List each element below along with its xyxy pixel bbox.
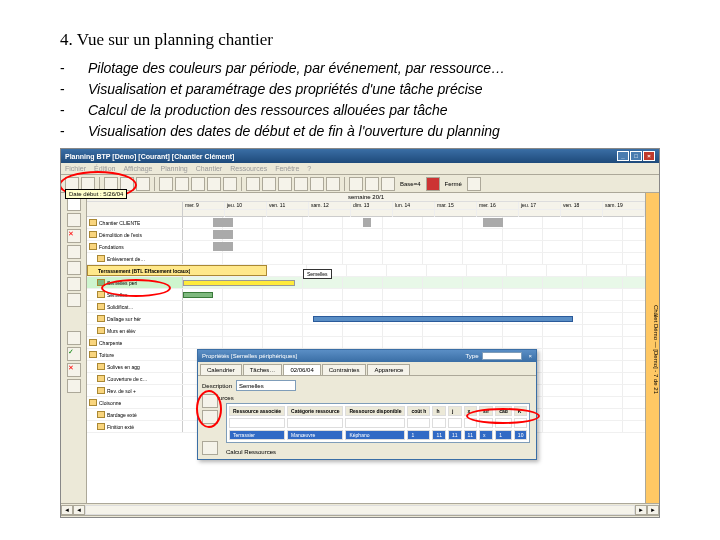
- scroll-right-button[interactable]: ►: [635, 505, 647, 515]
- side-button[interactable]: ✕: [67, 229, 81, 243]
- horizontal-scrollbar[interactable]: ◄ ◄ ► ►: [61, 503, 659, 515]
- calc-button[interactable]: [202, 441, 218, 455]
- bullet-list: -Pilotage des couleurs par période, par …: [60, 58, 660, 142]
- task-name[interactable]: Finition exté: [107, 424, 134, 430]
- task-name[interactable]: Dallage sur hér: [107, 316, 141, 322]
- folder-icon: [89, 219, 97, 226]
- task-name[interactable]: Chantier CLIENTE: [99, 220, 140, 226]
- task-name[interactable]: Terrassement (BTL Effacement locaux): [98, 268, 190, 274]
- side-button[interactable]: ✓: [67, 347, 81, 361]
- add-button[interactable]: [202, 394, 218, 408]
- timeline-title: semaine 20/1: [87, 193, 645, 202]
- menu-item[interactable]: Chantier: [196, 165, 222, 172]
- toolbar-button[interactable]: [326, 177, 340, 191]
- toolbar-button[interactable]: [467, 177, 481, 191]
- toolbar-button[interactable]: [365, 177, 379, 191]
- task-name[interactable]: Semelles peri: [107, 280, 137, 286]
- toolbar-button[interactable]: [278, 177, 292, 191]
- task-name[interactable]: Murs en élév: [107, 328, 136, 334]
- task-name[interactable]: Solidificat…: [107, 304, 133, 310]
- dialog-tab[interactable]: Contraintes: [322, 364, 367, 375]
- task-name[interactable]: Démolition de l'exis: [99, 232, 142, 238]
- maximize-button[interactable]: □: [630, 151, 642, 161]
- statusbar: NUM: [61, 515, 659, 518]
- side-button[interactable]: [67, 277, 81, 291]
- table-row[interactable]: Terrassier Manœuvre Képhano 1 11 11 11 x…: [229, 430, 527, 440]
- toolbar-button[interactable]: [349, 177, 363, 191]
- toolbar-button[interactable]: [191, 177, 205, 191]
- menubar: Fichier Édition Affichage Planning Chant…: [61, 163, 659, 175]
- menu-item[interactable]: Affichage: [123, 165, 152, 172]
- task-name[interactable]: Toiture: [99, 352, 114, 358]
- dialog-tab[interactable]: 02/06/04: [283, 364, 320, 375]
- scroll-left-button[interactable]: ◄: [73, 505, 85, 515]
- toolbar-button[interactable]: [136, 177, 150, 191]
- side-button[interactable]: [67, 197, 81, 211]
- gantt-bar[interactable]: [183, 292, 213, 298]
- side-button[interactable]: [67, 379, 81, 393]
- folder-icon: [89, 399, 97, 406]
- task-name[interactable]: Rev. de sol +: [107, 388, 136, 394]
- task-name[interactable]: Solives en agg: [107, 364, 140, 370]
- menu-item[interactable]: Édition: [94, 165, 115, 172]
- remove-button[interactable]: [202, 410, 218, 424]
- dialog-tab[interactable]: Apparence: [367, 364, 410, 375]
- task-callout: Semelles: [303, 269, 332, 279]
- table-row[interactable]: [229, 418, 527, 428]
- side-button[interactable]: [67, 213, 81, 227]
- toolbar-button[interactable]: [246, 177, 260, 191]
- desc-input[interactable]: [236, 380, 296, 391]
- menu-item[interactable]: ?: [307, 165, 311, 172]
- minimize-button[interactable]: _: [617, 151, 629, 161]
- folder-icon: [97, 423, 105, 430]
- folder-icon: [97, 291, 105, 298]
- gantt-bar[interactable]: [183, 280, 295, 286]
- tooltip: Date début : 5/26/04: [65, 189, 127, 199]
- task-name[interactable]: Enlèvement de…: [107, 256, 145, 262]
- gantt-bar[interactable]: [213, 230, 233, 239]
- gantt-bar[interactable]: [313, 316, 573, 322]
- side-button[interactable]: [67, 293, 81, 307]
- task-name[interactable]: Bardage exté: [107, 412, 137, 418]
- toolbar-button[interactable]: [381, 177, 395, 191]
- toolbar-button[interactable]: [175, 177, 189, 191]
- menu-item[interactable]: Planning: [160, 165, 187, 172]
- task-name[interactable]: Semelles: [107, 292, 128, 298]
- side-button[interactable]: [67, 245, 81, 259]
- toolbar-button[interactable]: [223, 177, 237, 191]
- menu-item[interactable]: Fichier: [65, 165, 86, 172]
- folder-icon: [89, 351, 97, 358]
- scroll-right-button[interactable]: ►: [647, 505, 659, 515]
- type-field[interactable]: [482, 352, 522, 360]
- toolbar-button[interactable]: [294, 177, 308, 191]
- toolbar-button[interactable]: [262, 177, 276, 191]
- toolbar-button[interactable]: [310, 177, 324, 191]
- calc-label: Calcul Ressources: [226, 449, 532, 455]
- gantt-bar[interactable]: [213, 242, 233, 251]
- side-button[interactable]: [67, 331, 81, 345]
- side-button[interactable]: [67, 261, 81, 275]
- task-name[interactable]: Charpente: [99, 340, 122, 346]
- task-name[interactable]: Cloisonne: [99, 400, 121, 406]
- gantt-bar[interactable]: [213, 218, 233, 227]
- side-button[interactable]: ✕: [67, 363, 81, 377]
- task-name[interactable]: Couverture de c…: [107, 376, 148, 382]
- menu-item[interactable]: Fenêtre: [275, 165, 299, 172]
- slide-title: 4. Vue sur un planning chantier: [60, 30, 660, 50]
- task-name[interactable]: Fondations: [99, 244, 124, 250]
- scroll-left-button[interactable]: ◄: [61, 505, 73, 515]
- toolbar-button[interactable]: [159, 177, 173, 191]
- toolbar-button[interactable]: [207, 177, 221, 191]
- toolbar-label: Fermé: [442, 181, 465, 187]
- dialog-type-label: Type: [465, 353, 478, 359]
- menu-item[interactable]: Ressources: [230, 165, 267, 172]
- folder-icon: [97, 387, 105, 394]
- gantt-bar[interactable]: [363, 218, 371, 227]
- dialog-close-button[interactable]: ×: [528, 353, 532, 359]
- dialog-tab[interactable]: Calendrier: [200, 364, 242, 375]
- gantt-bar[interactable]: [483, 218, 503, 227]
- resources-table[interactable]: Ressource associée Catégorie ressource R…: [226, 403, 530, 443]
- toolbar-button[interactable]: [426, 177, 440, 191]
- dialog-tab[interactable]: Tâches…: [243, 364, 283, 375]
- close-button[interactable]: ×: [643, 151, 655, 161]
